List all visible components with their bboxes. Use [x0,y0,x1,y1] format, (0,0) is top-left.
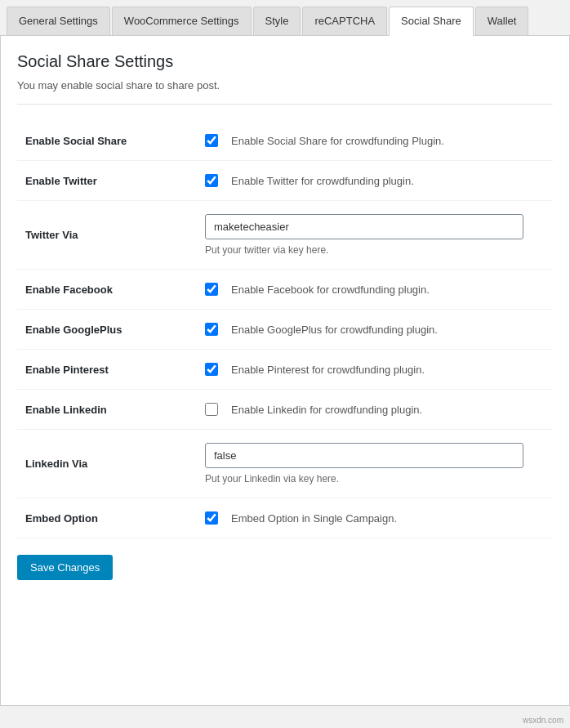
settings-row-enable_googleplus: Enable GooglePlusEnable GooglePlus for c… [17,310,553,350]
settings-row-enable_facebook: Enable FacebookEnable Facebook for crowd… [17,270,553,310]
settings-row-enable_twitter: Enable TwitterEnable Twitter for crowdfu… [17,161,553,201]
tab-woocommerce[interactable]: WooCommerce Settings [112,7,252,35]
field-hint-linkedin_via: Put your Linkedin via key here. [205,473,545,485]
checkbox-label-enable_googleplus: Enable GooglePlus for crowdfunding plugi… [231,324,438,336]
tab-recaptcha[interactable]: reCAPTCHA [302,7,387,35]
setting-value-enable_twitter: Enable Twitter for crowdfunding plugin. [197,161,553,201]
checkbox-row-enable_twitter: Enable Twitter for crowdfunding plugin. [205,174,545,187]
settings-row-enable_social_share: Enable Social ShareEnable Social Share f… [17,121,553,161]
setting-label-enable_twitter: Enable Twitter [17,161,197,201]
content-area: Social Share Settings You may enable soc… [0,36,570,706]
page-description: You may enable social share to share pos… [17,79,553,105]
setting-label-linkedin_via: Linkedin Via [17,430,197,498]
checkbox-row-enable_linkedin: Enable Linkedin for crowdfunding plugin. [205,403,545,416]
checkbox-embed_option[interactable] [205,511,218,525]
setting-label-twitter_via: Twitter Via [17,201,197,270]
tab-wallet[interactable]: Wallet [475,7,529,35]
save-changes-button[interactable]: Save Changes [17,555,113,580]
setting-label-enable_facebook: Enable Facebook [17,270,197,310]
tabs-bar: General SettingsWooCommerce SettingsStyl… [0,0,570,36]
field-wrapper-linkedin_via: Put your Linkedin via key here. [205,443,545,485]
checkbox-label-enable_twitter: Enable Twitter for crowdfunding plugin. [231,175,414,187]
field-wrapper-twitter_via: Put your twitter via key here. [205,214,545,256]
checkbox-row-enable_googleplus: Enable GooglePlus for crowdfunding plugi… [205,323,545,336]
tab-social_share[interactable]: Social Share [389,7,474,36]
text-input-linkedin_via[interactable] [205,443,523,468]
field-hint-twitter_via: Put your twitter via key here. [205,244,545,256]
settings-row-enable_linkedin: Enable LinkedinEnable Linkedin for crowd… [17,390,553,430]
checkbox-enable_social_share[interactable] [205,134,218,147]
text-input-twitter_via[interactable] [205,214,523,239]
checkbox-label-enable_facebook: Enable Facebook for crowdfunding plugin. [231,284,430,296]
setting-label-enable_social_share: Enable Social Share [17,121,197,161]
setting-value-linkedin_via: Put your Linkedin via key here. [197,430,553,498]
tab-style[interactable]: Style [253,7,301,35]
checkbox-enable_facebook[interactable] [205,283,218,296]
settings-table: Enable Social ShareEnable Social Share f… [17,121,553,538]
checkbox-row-enable_facebook: Enable Facebook for crowdfunding plugin. [205,283,545,296]
tab-general[interactable]: General Settings [7,7,110,35]
settings-row-enable_pinterest: Enable PinterestEnable Pinterest for cro… [17,350,553,390]
checkbox-label-enable_pinterest: Enable Pinterest for crowdfunding plugin… [231,364,425,376]
checkbox-label-enable_social_share: Enable Social Share for crowdfunding Plu… [231,135,444,147]
checkbox-row-enable_social_share: Enable Social Share for crowdfunding Plu… [205,134,545,147]
checkbox-enable_pinterest[interactable] [205,363,218,376]
checkbox-row-embed_option: Embed Option in Single Campaign. [205,511,545,525]
setting-label-enable_linkedin: Enable Linkedin [17,390,197,430]
setting-label-embed_option: Embed Option [17,498,197,538]
setting-label-enable_googleplus: Enable GooglePlus [17,310,197,350]
setting-value-enable_social_share: Enable Social Share for crowdfunding Plu… [197,121,553,161]
setting-label-enable_pinterest: Enable Pinterest [17,350,197,390]
checkbox-enable_linkedin[interactable] [205,403,218,416]
setting-value-enable_facebook: Enable Facebook for crowdfunding plugin. [197,270,553,310]
setting-value-enable_pinterest: Enable Pinterest for crowdfunding plugin… [197,350,553,390]
settings-row-twitter_via: Twitter ViaPut your twitter via key here… [17,201,553,270]
setting-value-embed_option: Embed Option in Single Campaign. [197,498,553,538]
checkbox-label-embed_option: Embed Option in Single Campaign. [231,512,397,525]
checkbox-enable_twitter[interactable] [205,174,218,187]
settings-row-linkedin_via: Linkedin ViaPut your Linkedin via key he… [17,430,553,498]
checkbox-label-enable_linkedin: Enable Linkedin for crowdfunding plugin. [231,404,422,416]
setting-value-enable_googleplus: Enable GooglePlus for crowdfunding plugi… [197,310,553,350]
settings-row-embed_option: Embed OptionEmbed Option in Single Campa… [17,498,553,538]
watermark-text: wsxdn.com [523,716,563,725]
setting-value-twitter_via: Put your twitter via key here. [197,201,553,270]
page-title: Social Share Settings [17,52,553,71]
setting-value-enable_linkedin: Enable Linkedin for crowdfunding plugin. [197,390,553,430]
checkbox-enable_googleplus[interactable] [205,323,218,336]
checkbox-row-enable_pinterest: Enable Pinterest for crowdfunding plugin… [205,363,545,376]
